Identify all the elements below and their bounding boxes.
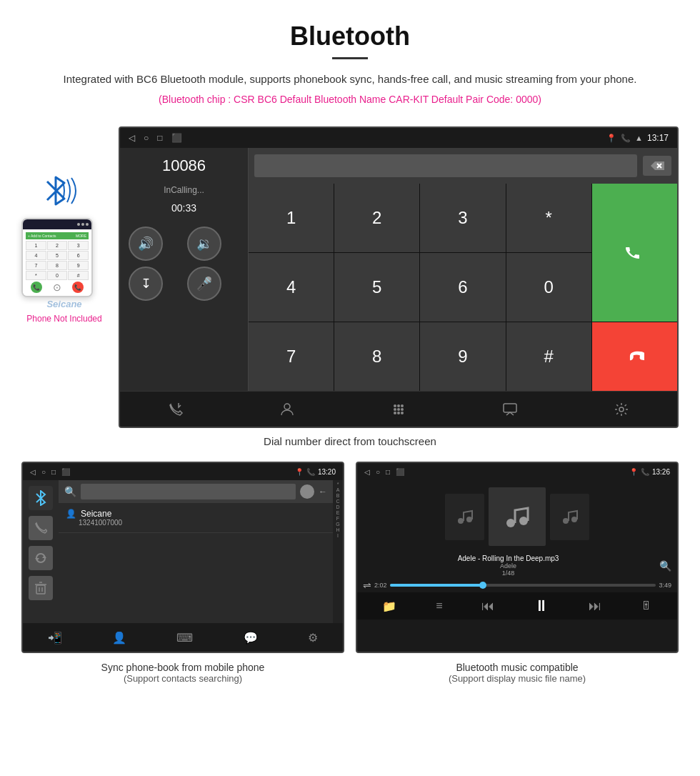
volume-down-button[interactable]: 🔉 bbox=[187, 227, 221, 261]
dial-input-box[interactable] bbox=[254, 154, 637, 177]
progress-bar[interactable] bbox=[390, 584, 656, 587]
end-call-button[interactable] bbox=[592, 322, 677, 391]
svg-point-13 bbox=[619, 407, 624, 412]
dial-key-5[interactable]: 5 bbox=[334, 253, 419, 322]
dial-key-9[interactable]: 9 bbox=[420, 322, 505, 391]
pb-contact-item[interactable]: 👤 Seicane 13241007000 bbox=[59, 503, 333, 533]
car-status-icons: 📍 📞 ▲ 13:17 bbox=[606, 133, 669, 143]
pb-msg-icon[interactable]: 💬 bbox=[244, 631, 258, 645]
recents-nav-icon: □ bbox=[157, 133, 162, 143]
music-track-info-bar: Adele - Rolling In the Deep.mp3 Adele 1/… bbox=[357, 553, 677, 578]
dial-key-2[interactable]: 2 bbox=[334, 184, 419, 252]
pb-back-icon: ◁ bbox=[30, 468, 36, 476]
bt-icon bbox=[34, 490, 47, 506]
phone-not-included-label: Phone Not Included bbox=[21, 314, 107, 324]
play-pause-button[interactable]: ⏸ bbox=[534, 597, 549, 615]
dial-key-7[interactable]: 7 bbox=[249, 322, 334, 391]
dial-key-3[interactable]: 3 bbox=[420, 184, 505, 252]
dialpad-tab-icon[interactable] bbox=[384, 395, 413, 424]
progress-fill bbox=[390, 584, 484, 587]
phone-small-icon bbox=[34, 522, 47, 534]
music-search-button[interactable]: 🔍 bbox=[659, 560, 671, 572]
dial-key-8[interactable]: 8 bbox=[334, 322, 419, 391]
pb-contact-number: 13241007000 bbox=[79, 519, 326, 527]
pb-alpha-index: * A B C D E F G H I bbox=[333, 480, 343, 623]
svg-point-9 bbox=[394, 412, 396, 414]
messages-tab-icon[interactable] bbox=[496, 395, 524, 424]
settings-tab-icon[interactable] bbox=[607, 395, 636, 424]
wifi-signal-icon: ▲ bbox=[635, 134, 643, 142]
phone-status-bar bbox=[23, 219, 91, 229]
album-art-right bbox=[550, 494, 589, 540]
phone-body: + Add to Contacts MORE 1 2 3 4 5 6 7 8 9… bbox=[21, 218, 93, 297]
phone-end-button: 📞 bbox=[72, 282, 84, 293]
car-right-panel: 1 2 3 * 4 5 6 0 7 8 bbox=[249, 148, 677, 391]
phonebook-status-bar: ◁ ○ □ ⬛ 📍 📞 13:20 bbox=[23, 463, 343, 480]
phone-mockup: + Add to Contacts MORE 1 2 3 4 5 6 7 8 9… bbox=[21, 169, 107, 324]
dial-key-0[interactable]: 0 bbox=[506, 253, 591, 322]
music-location-icon: 📍 bbox=[629, 468, 638, 476]
svg-point-6 bbox=[394, 408, 396, 411]
pb-phone-icon[interactable] bbox=[29, 516, 53, 540]
bottom-screenshots-row: ◁ ○ □ ⬛ 📍 📞 13:20 bbox=[0, 462, 700, 653]
svg-marker-15 bbox=[35, 558, 39, 561]
call-status-display: InCalling... bbox=[129, 185, 239, 195]
prev-track-button[interactable]: ⏮ bbox=[481, 599, 494, 614]
svg-marker-14 bbox=[42, 555, 46, 558]
call-dial-button[interactable] bbox=[592, 184, 677, 322]
page-title: Bluetooth bbox=[43, 21, 657, 51]
next-track-button[interactable]: ⏭ bbox=[589, 599, 601, 614]
pb-settings-icon[interactable]: ⚙ bbox=[308, 631, 318, 645]
music-main-area: Adele - Rolling In the Deep.mp3 Adele 1/… bbox=[357, 480, 677, 620]
pb-search-input[interactable] bbox=[81, 484, 296, 499]
svg-point-3 bbox=[394, 404, 396, 407]
svg-point-25 bbox=[563, 518, 569, 524]
playlist-icon[interactable]: ≡ bbox=[436, 600, 442, 612]
album-art-left bbox=[445, 494, 484, 540]
dial-key-star[interactable]: * bbox=[506, 184, 591, 252]
dial-key-6[interactable]: 6 bbox=[420, 253, 505, 322]
gear-icon bbox=[614, 402, 629, 417]
music-screen-body: Adele - Rolling In the Deep.mp3 Adele 1/… bbox=[357, 480, 677, 620]
svg-point-21 bbox=[458, 518, 464, 524]
contacts-tab-icon[interactable] bbox=[273, 395, 301, 424]
progress-thumb[interactable] bbox=[479, 582, 486, 589]
pb-sync-icon[interactable] bbox=[29, 546, 53, 570]
shuffle-icon[interactable]: ⇌ bbox=[363, 579, 371, 591]
music-controls: 📁 ≡ ⏮ ⏸ ⏭ 🎚 bbox=[357, 592, 677, 620]
pb-delete-icon[interactable] bbox=[29, 576, 53, 600]
music-artist-name: Adele bbox=[363, 562, 654, 569]
main-screenshot-area: + Add to Contacts MORE 1 2 3 4 5 6 7 8 9… bbox=[0, 126, 700, 428]
music-note-left-icon bbox=[455, 507, 475, 527]
phonebook-caption-main: Sync phone-book from mobile phone bbox=[21, 662, 344, 673]
dial-key-4[interactable]: 4 bbox=[249, 253, 334, 322]
dial-key-hash[interactable]: # bbox=[506, 322, 591, 391]
music-time: 13:26 bbox=[652, 468, 670, 476]
phonebook-sidebar bbox=[23, 480, 59, 623]
backspace-button[interactable] bbox=[643, 156, 671, 176]
car-screen: ◁ ○ □ ⬛ 📍 📞 ▲ 13:17 10086 InCalling... 0… bbox=[119, 126, 679, 428]
transfer-call-button[interactable]: ↧ bbox=[129, 267, 163, 301]
end-call-icon bbox=[624, 347, 644, 367]
phone-action-row: 📞 ⊙ 📞 bbox=[26, 282, 89, 293]
phonebook-main: 🔍 ← 👤 Seicane 13241007000 bbox=[59, 480, 333, 623]
location-icon: 📍 bbox=[606, 134, 616, 143]
phone-screen-content: + Add to Contacts MORE 1 2 3 4 5 6 7 8 9… bbox=[23, 229, 91, 296]
svg-rect-16 bbox=[36, 585, 45, 594]
music-caption: Bluetooth music compatible (Support disp… bbox=[356, 662, 679, 684]
sync-icon bbox=[34, 552, 47, 564]
folder-icon[interactable]: 📁 bbox=[382, 600, 396, 613]
music-note-right-icon bbox=[560, 507, 580, 527]
dial-key-1[interactable]: 1 bbox=[249, 184, 334, 252]
equalizer-icon[interactable]: 🎚 bbox=[641, 600, 652, 612]
pb-dialpad-icon[interactable]: ⌨ bbox=[176, 631, 193, 645]
volume-up-button[interactable]: 🔊 bbox=[129, 227, 163, 261]
pb-calls-icon[interactable]: 📲 bbox=[48, 631, 62, 645]
music-track-count: 1/48 bbox=[363, 569, 654, 577]
back-nav-icon: ◁ bbox=[129, 133, 135, 143]
pb-home-icon: ○ bbox=[41, 468, 46, 476]
pb-contacts-icon[interactable]: 👤 bbox=[112, 631, 126, 645]
calls-tab-icon[interactable] bbox=[161, 395, 190, 424]
microphone-button[interactable]: 🎤 bbox=[187, 267, 221, 301]
pb-menu-icon: ⬛ bbox=[61, 468, 70, 476]
